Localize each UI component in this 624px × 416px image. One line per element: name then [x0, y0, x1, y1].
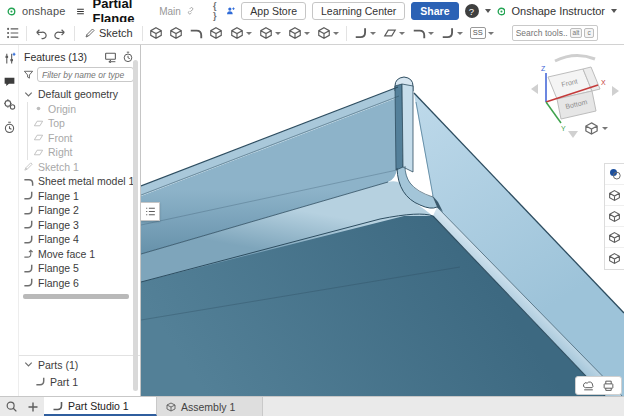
- rotate-left-icon[interactable]: [531, 84, 538, 94]
- pattern-group-button[interactable]: [285, 26, 313, 40]
- part-icon: [35, 376, 46, 387]
- document-menu-icon[interactable]: [76, 5, 85, 18]
- search-tools-box[interactable]: alt c: [512, 25, 598, 41]
- feature-item-move-face-1[interactable]: Move face 1: [19, 247, 140, 262]
- sketch-button[interactable]: Sketch: [79, 27, 138, 39]
- draft-group-button[interactable]: [351, 26, 379, 40]
- parts-section-header[interactable]: Parts (1): [19, 356, 140, 373]
- features-scrollbar[interactable]: [133, 60, 138, 391]
- feature-label: Flange 1: [38, 190, 79, 202]
- history-clock-icon[interactable]: [3, 121, 16, 134]
- cube-clock-icon: [608, 189, 621, 202]
- revolve-icon[interactable]: [167, 24, 186, 43]
- print-icon[interactable]: [602, 379, 615, 392]
- view-options-button[interactable]: [584, 121, 608, 136]
- flange-icon: [23, 219, 34, 230]
- variables-panel-button[interactable]: [605, 248, 624, 269]
- parts-title: Parts (1): [38, 359, 78, 371]
- sheet-metal-bend-group-button[interactable]: [438, 26, 466, 40]
- onshape-logo-icon: [7, 5, 16, 18]
- fillet-group-button[interactable]: [227, 26, 255, 40]
- toolbar-separator: [142, 26, 143, 41]
- feature-item-front-plane[interactable]: Front: [28, 131, 140, 146]
- toolbar-separator: [346, 26, 347, 41]
- tab-label: Assembly 1: [181, 401, 235, 413]
- add-tab-button[interactable]: [22, 397, 44, 416]
- help-caret-icon[interactable]: [485, 9, 491, 13]
- loft-icon[interactable]: [207, 24, 226, 43]
- cube-edit-icon: [608, 210, 621, 223]
- feature-item-flange-2[interactable]: Flange 2: [19, 203, 140, 218]
- app-store-button[interactable]: App Store: [241, 2, 306, 20]
- feature-label: Default geometry: [38, 88, 118, 100]
- origin-icon: [33, 103, 44, 114]
- named-views-panel-button[interactable]: [605, 185, 624, 206]
- feature-item-default-geometry[interactable]: Default geometry: [19, 87, 140, 102]
- boolean-group-button[interactable]: [314, 26, 342, 40]
- feature-item-flange-1[interactable]: Flange 1: [19, 189, 140, 204]
- graphics-viewport[interactable]: Front Bottom Z X Y: [141, 45, 624, 396]
- rollback-end-icon[interactable]: [104, 50, 117, 63]
- feature-label: Flange 3: [38, 219, 79, 231]
- features-title: Features (13): [24, 51, 99, 63]
- featurescript-icon[interactable]: { }: [213, 1, 220, 21]
- link-icon[interactable]: [187, 5, 195, 17]
- account-caret-icon[interactable]: [611, 9, 617, 13]
- custom-feature-group-button[interactable]: SS: [467, 27, 497, 39]
- plane-group-button[interactable]: [380, 26, 408, 40]
- filter-input[interactable]: [37, 67, 134, 82]
- appearance-panel-button[interactable]: [605, 164, 624, 185]
- learning-center-button[interactable]: Learning Center: [312, 2, 405, 20]
- undo-button[interactable]: [31, 24, 50, 43]
- rotate-right-icon[interactable]: [612, 86, 619, 96]
- rotate-down-icon[interactable]: [568, 131, 578, 138]
- search-tools-input[interactable]: [516, 28, 568, 38]
- account-name[interactable]: Onshape Instructor: [511, 5, 605, 17]
- feature-list-toggle-button[interactable]: [3, 24, 22, 43]
- help-icon[interactable]: ?: [465, 4, 479, 18]
- feature-item-flange-3[interactable]: Flange 3: [19, 218, 140, 233]
- custom-features-icon[interactable]: [3, 98, 16, 111]
- bottom-tab-bar: Part Studio 1 Assembly 1: [0, 396, 624, 416]
- feature-item-top-plane[interactable]: Top: [28, 116, 140, 131]
- sheet-metal-bend-icon: [441, 26, 455, 40]
- feature-item-right-plane[interactable]: Right: [28, 145, 140, 160]
- share-button[interactable]: Share: [411, 2, 458, 20]
- chevron-down-icon: [246, 32, 252, 35]
- feature-list-popout-button[interactable]: [141, 202, 160, 221]
- feature-item-origin[interactable]: Origin: [28, 102, 140, 117]
- rotate-arc-icon[interactable]: [555, 55, 595, 61]
- model-corner-tab-right[interactable]: [402, 84, 413, 172]
- tab-part-studio-1[interactable]: Part Studio 1: [44, 397, 157, 416]
- feature-item-flange-6[interactable]: Flange 6: [19, 276, 140, 291]
- sheet-metal-flange-group-button[interactable]: [409, 26, 437, 40]
- share-user-icon[interactable]: [226, 4, 236, 18]
- configurations-panel-button[interactable]: [605, 227, 624, 248]
- cube-stack-icon: [608, 231, 621, 244]
- extrude-icon[interactable]: [147, 24, 166, 43]
- feature-item-sheet-metal-model-1[interactable]: Sheet metal model 1: [19, 174, 140, 189]
- custom-feature-ss-icon: SS: [470, 27, 486, 39]
- workspace-label[interactable]: Main: [159, 6, 181, 17]
- redo-button[interactable]: [51, 24, 70, 43]
- print-3d-icon[interactable]: [582, 379, 595, 392]
- feature-item-flange-5[interactable]: Flange 5: [19, 261, 140, 276]
- view-cube[interactable]: Front Bottom Z X Y: [525, 47, 624, 139]
- search-tabs-button[interactable]: [0, 397, 22, 416]
- part-label: Part 1: [50, 376, 78, 388]
- configurations-icon[interactable]: [3, 52, 16, 65]
- tab-assembly-1[interactable]: Assembly 1: [157, 397, 263, 416]
- z-axis-label: Z: [541, 65, 546, 72]
- comments-icon[interactable]: [3, 75, 16, 88]
- sweep-icon[interactable]: [187, 24, 206, 43]
- feature-item-sketch-1[interactable]: Sketch 1: [19, 160, 140, 175]
- chevron-down-icon: [23, 89, 34, 100]
- cube-icon: [584, 121, 599, 136]
- shell-group-button[interactable]: [256, 26, 284, 40]
- feature-item-flange-4[interactable]: Flange 4: [19, 232, 140, 247]
- display-states-panel-button[interactable]: [605, 206, 624, 227]
- chevron-down-icon: [275, 32, 281, 35]
- part-item-part-1[interactable]: Part 1: [19, 373, 140, 390]
- features-header: Features (13): [19, 45, 140, 66]
- chevron-down-icon: [399, 32, 405, 35]
